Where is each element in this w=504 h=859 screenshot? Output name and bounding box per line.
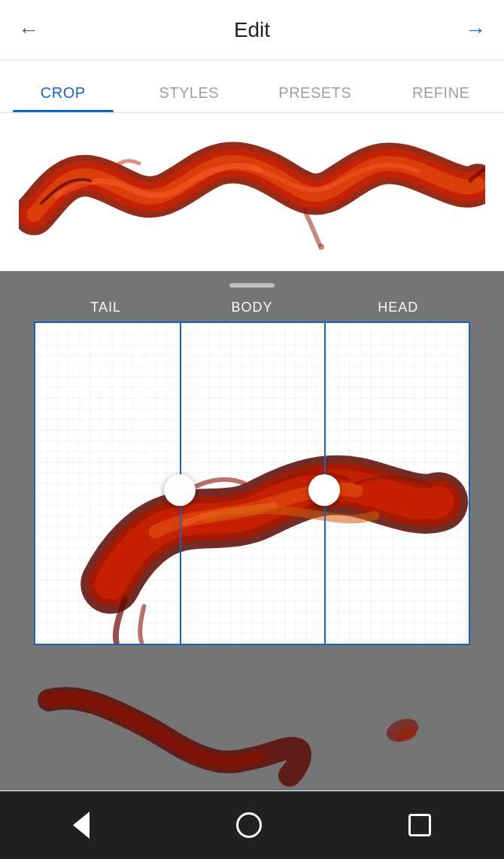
tab-crop[interactable]: CROP <box>0 84 126 112</box>
forward-button[interactable]: → <box>465 18 486 42</box>
body-label: BODY <box>180 300 323 315</box>
head-label: HEAD <box>326 300 470 315</box>
page-title: Edit <box>234 18 270 42</box>
tail-label: TAIL <box>34 300 178 315</box>
back-icon <box>73 812 90 839</box>
home-nav-button[interactable] <box>236 812 262 838</box>
back-nav-button[interactable] <box>73 812 90 839</box>
editor-area: TAIL BODY HEAD <box>0 271 504 790</box>
preview-area <box>0 113 504 271</box>
editor-brush <box>35 323 469 644</box>
drag-handle[interactable] <box>229 283 275 288</box>
bottom-nav-bar <box>0 791 504 859</box>
section-labels: TAIL BODY HEAD <box>34 300 470 315</box>
tab-refine[interactable]: REFINE <box>378 84 505 112</box>
top-bar: ← Edit → <box>0 0 504 60</box>
recents-icon <box>408 814 431 836</box>
right-control-handle[interactable] <box>308 474 340 506</box>
canvas-container[interactable] <box>34 321 470 645</box>
home-icon <box>236 812 262 838</box>
tab-bar: CROP STYLES PRESETS REFINE <box>0 60 504 113</box>
svg-point-0 <box>318 244 324 250</box>
tab-presets[interactable]: PRESETS <box>252 84 378 112</box>
spill-area <box>0 685 504 790</box>
brush-preview <box>19 128 485 256</box>
back-button[interactable]: ← <box>18 18 39 42</box>
left-control-handle[interactable] <box>164 474 196 506</box>
recents-nav-button[interactable] <box>408 814 431 836</box>
tab-styles[interactable]: STYLES <box>126 84 253 112</box>
